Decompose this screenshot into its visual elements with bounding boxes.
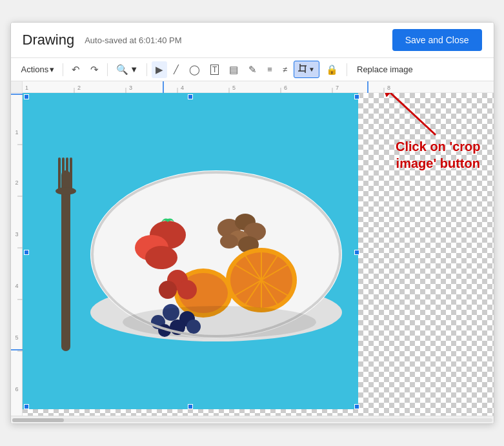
vertical-ruler: 1 2 3 4 5 6 xyxy=(11,93,23,416)
handle-bottom-center[interactable] xyxy=(188,404,193,409)
handle-top-left[interactable] xyxy=(24,94,29,99)
image-tool[interactable]: ▤ xyxy=(225,61,242,78)
fruit-bowl-image xyxy=(23,93,358,409)
actions-menu[interactable]: Actions ▾ xyxy=(17,62,59,77)
svg-point-54 xyxy=(220,234,238,248)
redo-button[interactable]: ↷ xyxy=(86,61,103,78)
save-close-button[interactable]: Save and Close xyxy=(392,29,482,51)
svg-text:6: 6 xyxy=(284,85,287,91)
line-spacing-icon: ≡ xyxy=(267,65,272,74)
align-icon: ≠ xyxy=(283,65,287,74)
zoom-icon: 🔍 xyxy=(116,64,128,76)
svg-rect-37 xyxy=(61,170,70,351)
svg-text:5: 5 xyxy=(15,334,18,341)
lock-icon: 🔒 xyxy=(326,64,338,76)
app-title: Drawing xyxy=(23,32,75,48)
handle-top-center[interactable] xyxy=(188,94,193,99)
textbox-tool[interactable]: T xyxy=(207,62,223,77)
scrollbar-bottom[interactable] xyxy=(11,416,494,423)
crop-tool[interactable]: ▼ xyxy=(294,61,319,78)
align-tool[interactable]: ≠ xyxy=(279,62,291,77)
select-tool[interactable]: ▶ xyxy=(152,61,167,78)
svg-text:8: 8 xyxy=(387,85,390,91)
handle-middle-left[interactable] xyxy=(24,250,29,255)
handle-bottom-left[interactable] xyxy=(24,404,29,409)
canvas-area: 1 2 3 4 5 6 xyxy=(11,93,494,416)
svg-text:2: 2 xyxy=(77,85,81,91)
zoom-button[interactable]: 🔍 ▼ xyxy=(112,61,142,78)
ruler-row: 1 2 3 4 5 6 7 8 xyxy=(11,81,494,93)
horizontal-ruler: 1 2 3 4 5 6 7 8 xyxy=(23,81,494,93)
actions-label: Actions xyxy=(21,65,49,74)
autosaved-status: Auto-saved at 6:01:40 PM xyxy=(85,35,181,45)
scrollbar-track xyxy=(12,418,492,422)
image-icon: ▤ xyxy=(229,64,238,76)
crop-icon xyxy=(298,64,307,75)
lock-button[interactable]: 🔒 xyxy=(322,61,342,78)
undo-icon: ↶ xyxy=(72,64,80,76)
svg-point-48 xyxy=(145,246,177,269)
svg-rect-41 xyxy=(70,157,72,190)
svg-point-42 xyxy=(55,187,76,195)
scrollbar-thumb[interactable] xyxy=(12,418,64,422)
svg-text:3: 3 xyxy=(15,231,18,238)
svg-rect-38 xyxy=(58,157,61,190)
svg-point-65 xyxy=(159,281,177,299)
actions-arrow: ▾ xyxy=(50,65,54,74)
svg-text:1: 1 xyxy=(25,85,28,91)
line-tool[interactable]: ╱ xyxy=(170,62,183,77)
title-bar-left: Drawing Auto-saved at 6:01:40 PM xyxy=(23,32,182,48)
divider-3 xyxy=(146,63,147,76)
handle-top-right[interactable] xyxy=(354,94,359,99)
pencil-icon: ✎ xyxy=(248,64,257,76)
toolbar: Actions ▾ ↶ ↷ 🔍 ▼ ▶ ╱ ◯ xyxy=(11,58,494,81)
cursor-icon: ▶ xyxy=(156,64,163,76)
ruler-corner xyxy=(11,81,23,92)
shape-icon: ◯ xyxy=(189,64,200,76)
drawing-window: Drawing Auto-saved at 6:01:40 PM Save an… xyxy=(10,22,494,424)
svg-text:3: 3 xyxy=(129,85,132,91)
svg-text:6: 6 xyxy=(15,386,18,392)
redo-icon: ↷ xyxy=(90,64,99,76)
handle-middle-right[interactable] xyxy=(354,250,359,255)
svg-text:2: 2 xyxy=(15,179,18,186)
title-bar: Drawing Auto-saved at 6:01:40 PM Save an… xyxy=(11,23,494,58)
svg-text:4: 4 xyxy=(181,85,184,91)
textbox-icon: T xyxy=(210,65,219,75)
svg-rect-39 xyxy=(62,157,65,190)
divider-1 xyxy=(63,63,63,76)
crop-arrow: ▼ xyxy=(308,66,315,73)
svg-point-74 xyxy=(123,306,316,338)
svg-text:4: 4 xyxy=(15,283,18,289)
line-icon: ╱ xyxy=(174,65,179,74)
svg-point-66 xyxy=(177,280,197,299)
svg-rect-40 xyxy=(66,157,68,190)
replace-image-button[interactable]: Replace image xyxy=(352,62,418,77)
shape-tool[interactable]: ◯ xyxy=(185,61,204,78)
svg-text:5: 5 xyxy=(232,85,236,91)
zoom-arrow: ▼ xyxy=(130,65,138,74)
handle-bottom-right[interactable] xyxy=(354,404,359,409)
svg-text:1: 1 xyxy=(15,129,18,136)
svg-text:7: 7 xyxy=(336,85,339,91)
divider-2 xyxy=(107,63,108,76)
divider-4 xyxy=(347,63,347,76)
main-canvas[interactable]: Click on 'crop image' button xyxy=(23,93,494,416)
pencil-tool[interactable]: ✎ xyxy=(245,61,261,78)
line-spacing-tool[interactable]: ≡ xyxy=(263,62,276,77)
undo-button[interactable]: ↶ xyxy=(68,61,84,78)
